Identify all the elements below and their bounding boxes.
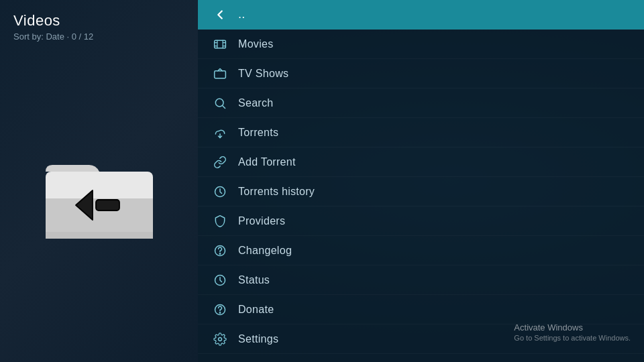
status-clock-icon (211, 272, 229, 289)
page-subtitle: Sort by: Date · 0 / 12 (13, 32, 93, 42)
changelog-label: Changelog (238, 245, 292, 257)
status-label: Status (238, 274, 270, 286)
cloud-download-icon (211, 124, 229, 141)
menu-item-back[interactable]: .. (198, 0, 644, 29)
svg-line-14 (223, 105, 225, 108)
menu-item-donate[interactable]: Donate (198, 295, 644, 324)
activate-windows: Activate Windows Go to Settings to activ… (514, 322, 631, 342)
svg-rect-3 (96, 200, 119, 210)
search-label: Search (238, 97, 274, 109)
activate-subtitle: Go to Settings to activate Windows. (514, 334, 631, 342)
movies-label: Movies (238, 38, 273, 50)
providers-label: Providers (238, 215, 285, 227)
torrents-label: Torrents (238, 127, 278, 139)
menu-item-changelog[interactable]: Changelog (198, 236, 644, 265)
menu-item-search[interactable]: Search (198, 88, 644, 118)
right-panel: .. Movies (198, 0, 644, 362)
shield-icon (211, 213, 229, 230)
page-title: Videos (13, 12, 93, 29)
history-icon (211, 183, 229, 200)
back-icon (211, 6, 229, 23)
svg-point-22 (219, 337, 222, 341)
svg-rect-5 (215, 40, 226, 48)
svg-rect-2 (46, 232, 153, 239)
menu-item-torrents-history[interactable]: Torrents history (198, 177, 644, 206)
menu-item-settings-burst[interactable]: Settings for Elementum Burst provider (198, 354, 644, 362)
menu-item-status[interactable]: Status (198, 265, 644, 295)
settings-label: Settings (238, 333, 278, 345)
menu-item-movies[interactable]: Movies (198, 29, 644, 59)
svg-point-21 (219, 312, 220, 312)
svg-rect-12 (215, 70, 226, 78)
left-header: Videos Sort by: Date · 0 / 12 (13, 12, 93, 42)
menu-item-providers[interactable]: Providers (198, 206, 644, 236)
gear2-icon (211, 360, 229, 363)
donate-label: Donate (238, 304, 274, 316)
back-label: .. (238, 7, 246, 21)
menu-list: .. Movies (198, 0, 644, 362)
left-panel: Videos Sort by: Date · 0 / 12 (0, 0, 198, 362)
film-icon (211, 36, 229, 53)
tv-icon (211, 65, 229, 82)
menu-item-add-torrent[interactable]: Add Torrent (198, 147, 644, 177)
activate-title: Activate Windows (514, 322, 631, 333)
menu-item-torrents[interactable]: Torrents (198, 118, 644, 147)
tv-shows-label: TV Shows (238, 68, 288, 80)
folder-back-icon (42, 152, 156, 245)
donate-icon (211, 301, 229, 318)
svg-point-18 (219, 253, 220, 253)
link-icon (211, 154, 229, 171)
folder-icon-container (13, 47, 184, 350)
gear-icon (211, 330, 229, 348)
question-icon (211, 242, 229, 259)
menu-item-tv-shows[interactable]: TV Shows (198, 59, 644, 88)
torrents-history-label: Torrents history (238, 186, 315, 198)
add-torrent-label: Add Torrent (238, 156, 296, 168)
search-icon (211, 95, 229, 112)
